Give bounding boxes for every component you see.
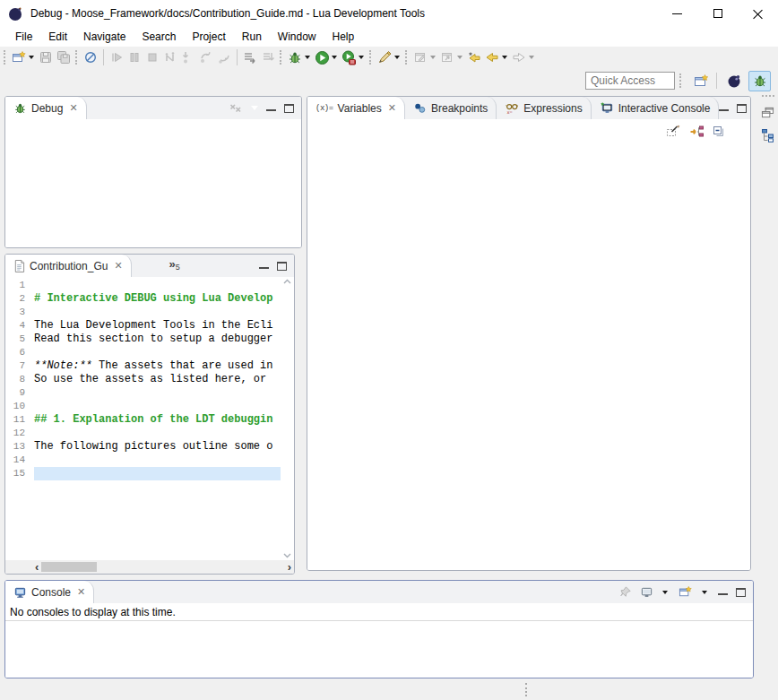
terminate-icon[interactable]	[143, 48, 161, 67]
editor-line[interactable]: 1	[5, 279, 281, 292]
code-text[interactable]: Read this section to setup a debugger	[34, 333, 281, 346]
scroll-left-icon[interactable]: ‹	[32, 562, 41, 572]
editor-line[interactable]: 9	[5, 386, 281, 400]
tab-variables[interactable]: (x)= Variables ✕	[307, 97, 405, 119]
scroll-right-icon[interactable]: ›	[285, 562, 294, 572]
display-selected-console-icon[interactable]	[640, 586, 653, 599]
debug-dropdown-icon[interactable]	[305, 56, 310, 59]
step-over-icon[interactable]	[197, 48, 215, 67]
maximize-window-icon[interactable]	[697, 0, 738, 27]
code-text[interactable]: The following pictures outline some o	[34, 440, 281, 454]
back-dropdown-icon[interactable]	[502, 56, 507, 59]
editor-horizontal-scrollbar[interactable]: ‹ ›	[5, 560, 294, 574]
close-icon[interactable]: ✕	[114, 260, 122, 272]
code-text[interactable]: # Interactive DEBUG using Lua Develop	[34, 292, 281, 306]
tab-breakpoints[interactable]: Breakpoints	[405, 97, 497, 119]
disconnect-icon[interactable]	[161, 48, 179, 67]
new-wizard-icon[interactable]	[10, 48, 28, 67]
outline-view-icon[interactable]	[761, 128, 775, 143]
code-text[interactable]	[34, 427, 281, 440]
open-console-dropdown-icon[interactable]	[702, 591, 707, 594]
open-element-icon[interactable]	[438, 48, 456, 67]
use-step-filters-icon[interactable]	[259, 48, 277, 67]
code-text[interactable]: The Lua Development Tools in the Ecli	[34, 319, 281, 333]
show-logical-structure-icon[interactable]	[689, 125, 705, 138]
new-file-dropdown-icon[interactable]	[430, 56, 436, 59]
scrollbar-thumb[interactable]	[41, 562, 97, 572]
editor-line[interactable]: 4The Lua Development Tools in the Ecli	[5, 319, 281, 333]
editor-line[interactable]: 7**Note:** The assets that are used in	[5, 359, 281, 373]
minimize-window-icon[interactable]	[657, 0, 697, 27]
line-number[interactable]: 7	[5, 359, 34, 373]
close-window-icon[interactable]	[738, 0, 778, 27]
line-number[interactable]: 4	[5, 319, 34, 333]
line-number[interactable]: 6	[5, 346, 34, 359]
menu-help[interactable]: Help	[324, 28, 363, 46]
save-icon[interactable]	[37, 48, 55, 67]
editor-vertical-scrollbar[interactable]	[281, 277, 294, 560]
restore-views-icon[interactable]	[761, 107, 774, 119]
minimize-view-icon[interactable]	[259, 263, 269, 269]
coverage-dropdown-icon[interactable]	[359, 56, 364, 59]
tab-editor-contribution-guide[interactable]: Contribution_Gu ✕	[5, 255, 132, 277]
open-console-icon[interactable]	[679, 585, 693, 599]
menu-navigate[interactable]: Navigate	[75, 28, 134, 46]
line-number[interactable]: 13	[5, 440, 34, 454]
step-into-icon[interactable]	[179, 48, 197, 67]
menu-window[interactable]: Window	[270, 28, 324, 46]
scroll-up-icon[interactable]	[283, 279, 291, 284]
minimize-view-icon[interactable]	[266, 105, 276, 111]
line-number[interactable]: 12	[5, 427, 34, 440]
last-edit-location-icon[interactable]	[465, 48, 483, 67]
editor-line[interactable]: 3	[5, 306, 281, 319]
menu-run[interactable]: Run	[234, 28, 270, 46]
quick-access-input[interactable]	[585, 72, 675, 90]
editor-line[interactable]: 8So use the assets as listed here, or	[5, 373, 281, 386]
maximize-view-icon[interactable]	[277, 262, 287, 271]
run-icon[interactable]	[313, 48, 331, 67]
open-perspective-icon[interactable]	[690, 71, 713, 91]
code-text[interactable]: **Note:** The assets that are used in	[34, 359, 281, 373]
tab-interactive-console[interactable]: Interactive Console	[592, 97, 720, 119]
editor-line[interactable]: 13The following pictures outline some o	[5, 440, 281, 454]
scroll-down-icon[interactable]	[283, 553, 291, 558]
maximize-view-icon[interactable]	[737, 104, 747, 113]
maximize-view-icon[interactable]	[284, 104, 294, 113]
code-text[interactable]	[34, 279, 281, 292]
save-all-icon[interactable]	[55, 48, 73, 67]
close-icon[interactable]: ✕	[388, 102, 396, 114]
line-number[interactable]: 5	[5, 333, 34, 346]
forward-dropdown-icon[interactable]	[529, 56, 534, 59]
close-icon[interactable]: ✕	[77, 586, 85, 598]
tab-expressions[interactable]: x= Expressions	[497, 97, 591, 119]
line-number[interactable]: 11	[5, 413, 34, 427]
menu-edit[interactable]: Edit	[40, 28, 75, 46]
minimize-view-icon[interactable]	[719, 105, 729, 111]
step-return-icon[interactable]	[215, 48, 233, 67]
line-number[interactable]: 9	[5, 386, 34, 400]
more-editors-chevron[interactable]: » 5	[169, 255, 180, 277]
coverage-icon[interactable]	[340, 48, 358, 67]
editor-line[interactable]: 10	[5, 400, 281, 413]
display-console-dropdown-icon[interactable]	[662, 591, 668, 594]
pin-console-icon[interactable]	[618, 585, 632, 599]
show-type-names-icon[interactable]	[666, 125, 681, 138]
minimize-view-icon[interactable]	[718, 589, 728, 595]
collapse-all-icon[interactable]	[713, 125, 727, 138]
menu-project[interactable]: Project	[184, 28, 233, 46]
editor-line[interactable]: 15	[5, 467, 281, 480]
code-text[interactable]	[34, 306, 281, 319]
menu-file[interactable]: File	[7, 28, 40, 46]
view-menu-icon[interactable]	[251, 106, 258, 110]
line-number[interactable]: 15	[5, 467, 34, 480]
suspend-icon[interactable]	[125, 48, 143, 67]
editor-line[interactable]: 11## 1. Explanation of the LDT debuggin	[5, 413, 281, 427]
editor-line[interactable]: 5Read this section to setup a debugger	[5, 333, 281, 346]
line-number[interactable]: 14	[5, 454, 34, 467]
line-number[interactable]: 1	[5, 279, 34, 292]
editor-line[interactable]: 2# Interactive DEBUG using Lua Develop	[5, 292, 281, 306]
skip-all-breakpoints-icon[interactable]	[82, 48, 99, 67]
run-dropdown-icon[interactable]	[332, 56, 337, 59]
tab-debug[interactable]: Debug ✕	[5, 97, 87, 119]
forward-icon[interactable]	[510, 48, 528, 67]
